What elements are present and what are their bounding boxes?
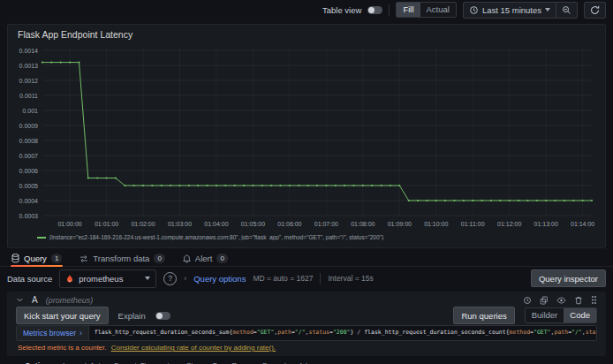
svg-text:0.0012: 0.0012 [19,78,39,84]
query-options-link[interactable]: Query options [193,274,246,284]
svg-text:0.0008: 0.0008 [19,138,39,144]
table-view-toggle[interactable] [367,6,382,14]
collapse-chevron-icon[interactable] [16,296,24,304]
drag-handle-icon[interactable] [591,295,597,305]
svg-text:0.0007: 0.0007 [19,153,39,159]
svg-text:01:09:00: 01:09:00 [388,221,412,227]
time-range-label: Last 15 minutes [482,5,541,15]
query-options-row: › Options Legend: Auto Format: Time seri… [12,360,601,364]
refresh-button[interactable] [584,2,606,19]
svg-text:01:05:00: 01:05:00 [241,221,265,227]
svg-text:01:11:00: 01:11:00 [461,221,485,227]
svg-text:01:07:00: 01:07:00 [314,221,338,227]
counter-warning: Selected metric is a counter. Consider c… [18,344,595,352]
datasource-value: prometheus [79,274,123,284]
actual-button[interactable]: Actual [420,3,456,17]
chevron-down-icon [145,277,150,280]
query-row-header: A (prometheus) [12,294,601,306]
series-label: {instance="ec2-184-169-216-224.us-west-1… [49,234,383,240]
chevron-right-icon: › [79,329,82,337]
editor-tabs: Query 1 Transform data 0 Alert 0 [0,251,613,267]
warning-hint-link[interactable]: Consider calculating rate of counter by … [111,344,276,352]
tab-alert-label: Alert [195,254,213,263]
latency-chart[interactable]: 0.00140.00130.00120.00110.0010.00090.000… [14,42,597,233]
metrics-browser-label: Metrics browser [23,329,76,337]
refresh-icon [590,5,600,15]
tab-alert-count: 0 [216,254,227,263]
tab-query-count: 1 [51,254,62,263]
warning-text: Selected metric is a counter. [18,344,107,352]
options-label[interactable]: Options [25,361,53,364]
svg-text:0.001: 0.001 [22,108,38,114]
summary-divider [320,273,321,284]
svg-text:01:08:00: 01:08:00 [351,221,375,227]
svg-text:0.0009: 0.0009 [19,123,39,129]
bell-icon [183,254,191,263]
builder-mode-button[interactable]: Builder [526,308,564,322]
svg-text:0.0014: 0.0014 [19,48,39,54]
tab-transform-count: 0 [154,254,164,263]
zoom-out-button[interactable] [556,3,577,18]
datasource-label: Data source [7,274,52,284]
max-data-points-summary: MD = auto = 1627 [253,274,313,283]
datasource-picker[interactable]: prometheus [59,269,156,288]
query-ref-id[interactable]: A [32,295,38,305]
options-chevron-icon: › [12,361,15,364]
svg-text:01:13:00: 01:13:00 [534,221,558,227]
query-row-actions [523,295,597,305]
timeseries-panel: Flask App Endpoint Latency 0.00140.00130… [7,24,606,248]
svg-text:01:12:00: 01:12:00 [497,221,521,227]
query-editor-controls: Kick start your query Explain Run querie… [16,308,597,322]
query-row-card: A (prometheus) Kick start your query Exp… [7,292,606,356]
query-inspector-button[interactable]: Query inspector [531,269,606,287]
svg-text:01:06:00: 01:06:00 [277,221,301,227]
svg-text:0.0005: 0.0005 [19,183,39,189]
table-view-label: Table view [322,5,361,15]
svg-text:01:10:00: 01:10:00 [424,221,448,227]
explain-label: Explain [118,311,146,321]
svg-text:01:02:00: 01:02:00 [131,221,155,227]
time-range-button[interactable]: Last 15 minutes [464,3,556,18]
svg-text:01:03:00: 01:03:00 [168,221,192,227]
builder-code-group: Builder Code [525,307,597,323]
tab-transform-label: Transform data [93,254,149,263]
svg-text:0.0003: 0.0003 [19,213,39,219]
interval-summary: Interval = 15s [328,274,373,283]
chevron-down-icon [545,8,550,11]
tab-query[interactable]: Query 1 [11,251,63,266]
svg-text:0.0006: 0.0006 [19,168,39,174]
zoom-out-icon [562,5,571,15]
metrics-browser-toggle[interactable]: Metrics browser › [17,326,89,340]
query-toolbar: Data source prometheus ? › Query options… [0,268,613,289]
series-color-swatch [37,237,46,239]
fill-button[interactable]: Fill [397,3,420,17]
eye-icon[interactable] [556,296,566,305]
panel-editor-toolbar: Table view Fill Actual Last 15 minutes [0,0,613,19]
history-icon[interactable] [523,296,532,305]
panel-title: Flask App Endpoint Latency [14,28,599,42]
tab-query-label: Query [24,254,47,263]
svg-text:01:01:00: 01:01:00 [95,221,118,227]
transform-icon [79,254,88,263]
trash-icon[interactable] [574,296,583,305]
duplicate-icon[interactable] [540,296,549,305]
explain-toggle[interactable] [155,312,170,320]
datasource-help-icon[interactable]: ? [163,272,177,285]
prometheus-icon [65,274,74,284]
toolbar-divider [389,4,390,16]
svg-text:0.0011: 0.0011 [19,93,38,99]
tab-transform-data[interactable]: Transform data 0 [79,251,166,266]
query-options-chevron-icon: › [184,274,186,283]
svg-text:01:14:00: 01:14:00 [571,221,594,227]
fill-actual-group: Fill Actual [396,2,457,18]
kick-start-query-button[interactable]: Kick start your query [16,307,109,324]
code-mode-button[interactable]: Code [564,308,596,322]
clock-icon [469,5,479,15]
chart-legend[interactable]: {instance="ec2-184-169-216-224.us-west-1… [14,234,599,240]
promql-expression-input[interactable]: flask_http_request_duration_seconds_sum{… [89,326,596,340]
tab-alert[interactable]: Alert 0 [182,251,229,266]
run-queries-button[interactable]: Run queries [453,307,514,324]
svg-text:0.0004: 0.0004 [19,198,39,204]
query-datasource-hint: (prometheus) [46,296,94,305]
promql-editor: Metrics browser › flask_http_request_dur… [16,325,597,341]
